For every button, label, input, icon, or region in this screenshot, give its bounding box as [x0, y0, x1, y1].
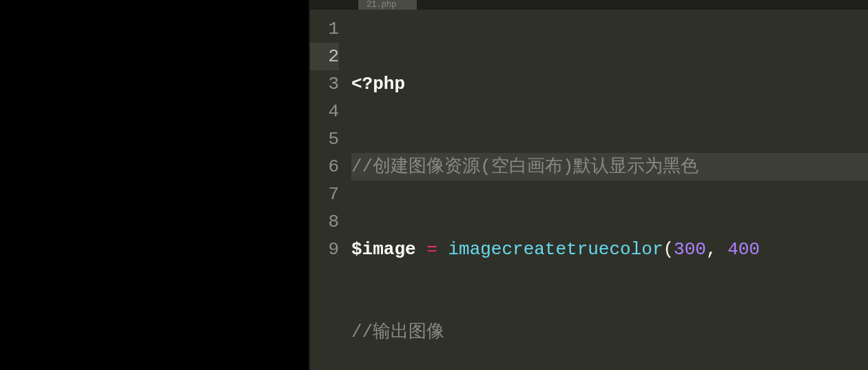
- code-line: //输出图像: [351, 318, 868, 346]
- code-line: <?php: [351, 70, 868, 98]
- function-call: imagecreatetruecolor: [448, 239, 663, 260]
- preview-pane: [0, 0, 310, 370]
- code-line: //创建图像资源(空白画布)默认显示为黑色: [351, 153, 868, 181]
- file-tab[interactable]: 21.php: [358, 0, 417, 10]
- line-number: 2: [310, 43, 339, 70]
- comment: //创建图像资源(空白画布)默认显示为黑色: [351, 156, 699, 177]
- line-number: 3: [310, 70, 339, 98]
- tab-filename: 21.php: [366, 0, 396, 10]
- editor-pane: 21.php 1 2 3 4 5 6 7 8 9 <?php //创建图像资源(…: [310, 0, 868, 370]
- image-output: [0, 0, 309, 370]
- variable: $image: [351, 239, 416, 260]
- line-number: 9: [310, 236, 339, 263]
- number-literal: 300: [674, 239, 706, 260]
- line-number: 8: [310, 208, 339, 236]
- line-gutter: 1 2 3 4 5 6 7 8 9: [310, 15, 351, 370]
- number-literal: 400: [727, 239, 760, 260]
- line-number: 5: [310, 125, 339, 153]
- line-number: 4: [310, 98, 339, 125]
- assign-op: =: [416, 239, 448, 260]
- code-area[interactable]: 1 2 3 4 5 6 7 8 9 <?php //创建图像资源(空白画布)默认…: [310, 10, 868, 370]
- line-number: 1: [310, 15, 339, 43]
- comment: //输出图像: [351, 322, 444, 342]
- code-content[interactable]: <?php //创建图像资源(空白画布)默认显示为黑色 $image = ima…: [351, 15, 868, 370]
- code-line: $image = imagecreatetruecolor(300, 400: [351, 236, 868, 263]
- line-number: 7: [310, 181, 339, 208]
- tab-bar: 21.php: [310, 0, 868, 10]
- comma: ,: [706, 239, 727, 260]
- line-number: 6: [310, 153, 339, 181]
- paren: (: [663, 239, 674, 260]
- php-open-tag: <?php: [351, 74, 405, 94]
